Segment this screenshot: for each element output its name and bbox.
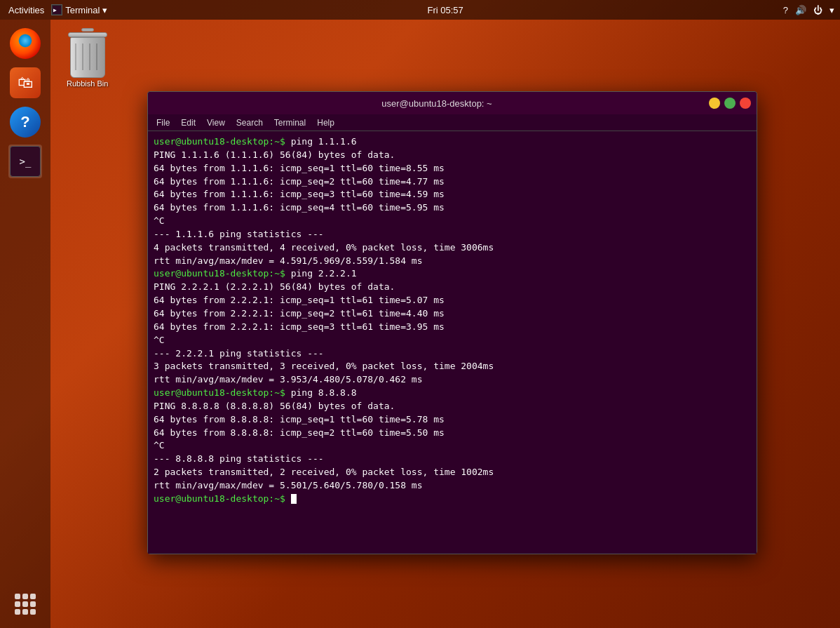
system-menu-arrow[interactable]: ▾ (829, 5, 834, 15)
prompt-2: user@ubuntu18-desktop:~$ (154, 268, 285, 279)
dock-item-show-apps[interactable] (8, 587, 42, 621)
out-1: PING 1.1.1.6 (1.1.1.6) 56(84) bytes of d… (154, 149, 494, 266)
topbar-datetime: Fri 05:57 (427, 5, 463, 15)
terminal-app-icon: ▶ (51, 4, 62, 15)
prompt-4: user@ubuntu18-desktop:~$ (154, 493, 285, 504)
topbar-right: ? 🔊 ⏻ ▾ (783, 5, 834, 15)
svg-text:▶: ▶ (53, 7, 57, 13)
cmd-1: ping 1.1.1.6 (285, 136, 357, 147)
menu-terminal[interactable]: Terminal (269, 114, 311, 131)
dock-item-help[interactable]: ? (8, 105, 42, 139)
terminal-window-title: user@ubuntu18-desktop: ~ (165, 98, 709, 109)
software-center-icon: 🛍 (10, 67, 41, 98)
volume-icon[interactable]: 🔊 (795, 5, 806, 15)
menu-view[interactable]: View (201, 114, 231, 131)
firefox-icon (10, 28, 41, 59)
win-btn-placeholder (154, 98, 165, 109)
window-maximize-button[interactable]: + (724, 98, 736, 109)
window-controls-left (154, 98, 165, 109)
bin-lid (68, 32, 107, 37)
dock-item-firefox[interactable] (8, 27, 42, 60)
terminal-titlebar: user@ubuntu18-desktop: ~ — + ✕ (148, 92, 757, 114)
topbar-app-arrow[interactable]: ▾ (102, 5, 107, 15)
cmd-cursor (285, 493, 291, 504)
bin-handle (81, 28, 94, 32)
topbar-app[interactable]: ▶ Terminal ▾ (51, 4, 107, 15)
terminal-output[interactable]: user@ubuntu18-desktop:~$ ping 1.1.1.6 PI… (148, 131, 757, 554)
window-close-button[interactable]: ✕ (740, 98, 751, 109)
menu-search[interactable]: Search (231, 114, 269, 131)
menu-help[interactable]: Help (311, 114, 340, 131)
out-3: PING 8.8.8.8 (8.8.8.8) 56(84) bytes of d… (154, 401, 494, 490)
dock-item-terminal[interactable]: >_ (8, 145, 42, 178)
topbar: Activities ▶ Terminal ▾ Fri 05:57 ? 🔊 ⏻ … (0, 0, 840, 20)
topbar-app-name: Terminal (65, 5, 100, 15)
prompt-1: user@ubuntu18-desktop:~$ (154, 136, 285, 147)
help-icon: ? (10, 107, 41, 138)
power-icon[interactable]: ⏻ (813, 5, 822, 15)
rubbish-bin-label: Rubbish Bin (67, 79, 108, 88)
terminal-cursor (291, 494, 297, 504)
topbar-left: Activities ▶ Terminal ▾ (6, 4, 107, 15)
desktop-rubbish-bin[interactable]: Rubbish Bin (67, 28, 108, 88)
terminal-menubar: File Edit View Search Terminal Help (148, 114, 757, 131)
cmd-3: ping 8.8.8.8 (285, 387, 357, 398)
cmd-2: ping 2.2.2.1 (285, 268, 357, 279)
window-controls: — + ✕ (709, 98, 751, 109)
menu-edit[interactable]: Edit (175, 114, 201, 131)
help-indicator[interactable]: ? (783, 5, 788, 15)
window-minimize-button[interactable]: — (709, 98, 720, 109)
bin-body (70, 37, 105, 78)
dock-item-software-center[interactable]: 🛍 (8, 66, 42, 100)
activities-button[interactable]: Activities (6, 5, 47, 15)
menu-file[interactable]: File (151, 114, 175, 131)
out-2: PING 2.2.2.1 (2.2.2.1) 56(84) bytes of d… (154, 281, 494, 385)
prompt-3: user@ubuntu18-desktop:~$ (154, 387, 285, 398)
terminal-window: user@ubuntu18-desktop: ~ — + ✕ File Edit… (147, 91, 757, 554)
dock: 🛍 ? >_ (0, 20, 50, 628)
show-apps-icon (10, 589, 41, 620)
terminal-dock-icon: >_ (10, 146, 41, 177)
